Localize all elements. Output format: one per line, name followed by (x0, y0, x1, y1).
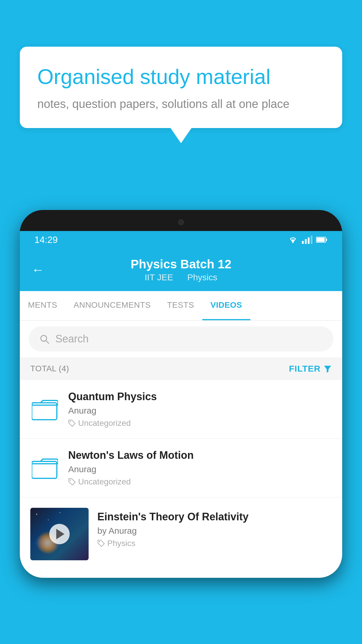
play-button-overlay (49, 524, 70, 544)
header-subtitle-part1: IIT JEE (145, 272, 173, 282)
header-subtitle-part2: Physics (187, 272, 217, 282)
video-author: Anurag (68, 406, 332, 416)
video-tag: Uncategorized (68, 477, 332, 487)
battery-icon (316, 237, 328, 243)
search-container: Search (20, 321, 342, 357)
camera-dot (178, 219, 184, 225)
tab-announcements[interactable]: ANNOUNCEMENTS (66, 291, 159, 320)
tag-icon (68, 419, 76, 427)
filter-row: TOTAL (4) FILTER (20, 357, 342, 380)
video-tag: Physics (97, 539, 332, 548)
phone-mockup: 14:29 (20, 210, 342, 578)
thumbnail-placeholder (30, 508, 89, 560)
svg-rect-2 (305, 239, 307, 244)
back-button[interactable]: ← (31, 262, 44, 277)
header-subtitle: IIT JEE Physics (131, 272, 231, 282)
tab-videos[interactable]: VIDEOS (202, 291, 250, 320)
video-tag-label: Uncategorized (78, 477, 131, 487)
status-time: 14:29 (34, 235, 58, 245)
video-info: Quantum Physics Anurag Uncategorized (68, 391, 332, 428)
notch-area (20, 210, 342, 231)
svg-rect-4 (311, 236, 312, 244)
svg-rect-1 (302, 241, 304, 244)
tabs-bar: MENTS ANNOUNCEMENTS TESTS VIDEOS (20, 291, 342, 321)
svg-rect-7 (317, 238, 325, 242)
video-info: Newton's Laws of Motion Anurag Uncategor… (68, 449, 332, 487)
svg-point-14 (70, 480, 71, 481)
speech-bubble-section: Organised study material notes, question… (20, 47, 342, 143)
header-title: Physics Batch 12 (131, 257, 231, 271)
app-header: ← Physics Batch 12 IIT JEE Physics (20, 249, 342, 291)
tab-tests[interactable]: TESTS (159, 291, 202, 320)
video-tag: Uncategorized (68, 419, 332, 428)
filter-label: FILTER (289, 364, 321, 374)
svg-rect-6 (326, 239, 327, 241)
status-icons (287, 236, 328, 244)
speech-bubble-card: Organised study material notes, question… (20, 47, 342, 128)
search-placeholder: Search (55, 333, 89, 345)
list-item[interactable]: Newton's Laws of Motion Anurag Uncategor… (20, 439, 342, 497)
signal-icon (302, 236, 312, 244)
total-count-label: TOTAL (4) (30, 364, 69, 373)
phone-bottom-cap (20, 560, 342, 578)
video-tag-label: Uncategorized (78, 419, 131, 428)
speech-bubble-tail (171, 128, 191, 143)
svg-marker-10 (324, 366, 331, 373)
speech-bubble-title: Organised study material (37, 64, 325, 89)
video-tag-label: Physics (107, 539, 135, 548)
play-icon (56, 529, 64, 539)
list-item[interactable]: Quantum Physics Anurag Uncategorized (20, 380, 342, 439)
video-thumbnail (30, 508, 89, 560)
search-input-wrapper[interactable]: Search (29, 326, 333, 351)
filter-icon (324, 365, 332, 373)
video-title: Einstein's Theory Of Relativity (97, 511, 332, 523)
video-author: by Anurag (97, 526, 332, 536)
video-info: Einstein's Theory Of Relativity by Anura… (97, 508, 332, 548)
svg-line-9 (46, 341, 49, 343)
tag-icon (68, 478, 76, 486)
header-title-area: Physics Batch 12 IIT JEE Physics (131, 257, 231, 282)
video-author: Anurag (68, 464, 332, 474)
svg-rect-3 (308, 237, 310, 244)
folder-icon-container (30, 453, 59, 482)
wifi-icon (287, 236, 298, 244)
svg-point-0 (292, 242, 294, 243)
video-title: Quantum Physics (68, 391, 332, 403)
play-button[interactable] (49, 524, 70, 544)
tab-ments[interactable]: MENTS (20, 291, 66, 320)
svg-point-12 (70, 421, 71, 422)
video-title: Newton's Laws of Motion (68, 449, 332, 461)
status-bar: 14:29 (20, 231, 342, 249)
filter-button[interactable]: FILTER (289, 364, 332, 374)
video-list: Quantum Physics Anurag Uncategorized (20, 380, 342, 560)
folder-icon (32, 398, 58, 421)
tag-icon (97, 540, 105, 547)
list-item[interactable]: Einstein's Theory Of Relativity by Anura… (20, 497, 342, 560)
svg-point-15 (99, 541, 100, 542)
notch (152, 214, 210, 231)
folder-icon-container (30, 395, 59, 424)
folder-icon (32, 456, 58, 480)
speech-bubble-subtitle: notes, question papers, solutions all at… (37, 97, 325, 111)
search-icon (39, 334, 50, 344)
